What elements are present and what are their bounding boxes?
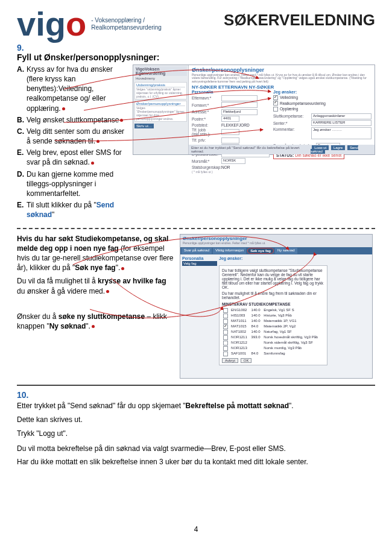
section-jeg-onsker: Jeg ønsker: <box>273 90 371 94</box>
step-10-num: 10. <box>17 389 375 402</box>
doc-title: SØKERVEILEDNING <box>224 11 375 30</box>
screenshot-onsker-person: VigoVoksen Egenvurdering Hovedmeny Utdan… <box>133 65 375 155</box>
sluttkompetanse-select[interactable]: Anleggsmaskinfører <box>311 113 371 119</box>
step-9-title: Fyll ut Ønsker/personopplysninger: <box>17 52 375 62</box>
vigo-logo: vigo <box>17 11 86 38</box>
page-number: 4 <box>194 525 198 534</box>
lagre-button[interactable]: Lagre <box>331 145 345 150</box>
step-10: 10. Etter trykket på "Send søknad" får d… <box>17 389 375 468</box>
logo-subtitle: - Voksenopplæring / Realkompetansevurder… <box>91 17 162 31</box>
step-9-num: 9. <box>17 43 375 52</box>
kommentar-textarea[interactable]: Jeg ønsker .......... <box>311 127 371 139</box>
senter-select[interactable]: KARRIERE LISTER <box>311 120 371 126</box>
screenshot-velg-fag: Ønsker/personopplysninger Personlige opp… <box>180 234 373 379</box>
